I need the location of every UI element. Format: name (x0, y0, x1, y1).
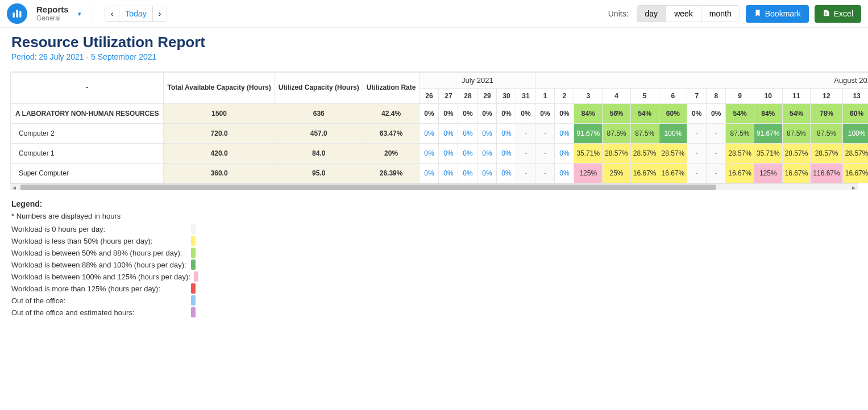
unit-day-button[interactable]: day (637, 6, 667, 22)
data-cell: 87.5% (726, 124, 754, 144)
row-name: Super Computer (11, 164, 164, 183)
day-header: 27 (439, 89, 458, 104)
data-cell: 16.67% (726, 164, 754, 183)
data-cell: 16.67% (782, 164, 811, 183)
legend: Legend: * Numbers are displayed in hours… (0, 190, 868, 336)
data-cell: 91.67% (574, 124, 603, 144)
data-cell: 0% (535, 104, 555, 124)
data-cell: 125% (574, 164, 603, 183)
day-header: 12 (811, 89, 842, 104)
data-cell: 0% (497, 104, 516, 124)
day-header: 3 (574, 89, 603, 104)
data-cell: 0% (458, 124, 477, 144)
legend-label: Out of the office and estimated hours: (11, 308, 188, 317)
svg-rect-0 (13, 12, 15, 17)
data-cell: 54% (782, 104, 811, 124)
data-cell: - (687, 144, 707, 164)
legend-swatch (191, 260, 196, 270)
data-cell: - (707, 164, 726, 183)
report-table-wrap[interactable]: -Total Available Capacity (Hours)Utilize… (10, 72, 868, 183)
data-cell: 0% (497, 164, 516, 183)
data-cell: 87.5% (782, 124, 811, 144)
row-utilized: 95.0 (275, 164, 363, 183)
data-cell: 54% (630, 104, 659, 124)
row-name: Computer 2 (11, 124, 164, 144)
scroll-thumb[interactable] (20, 185, 716, 190)
data-cell: 0% (555, 144, 574, 164)
col-utilized-capacity-header: Utilized Capacity (Hours) (275, 73, 363, 104)
legend-swatch (194, 271, 198, 282)
data-cell: 87.5% (603, 124, 631, 144)
excel-icon: X (823, 9, 830, 19)
day-header: 5 (630, 89, 659, 104)
svg-text:X: X (824, 11, 827, 15)
data-cell: 100% (659, 124, 687, 144)
legend-label: Workload is between 88% and 100% (hours … (11, 261, 188, 269)
period-label: Period: 26 July 2021 - 5 September 2021 (11, 52, 857, 61)
row-rate: 26.39% (363, 164, 420, 183)
data-cell: 0% (477, 144, 497, 164)
next-date-button[interactable]: › (153, 6, 167, 21)
data-cell: 60% (842, 104, 868, 124)
row-total: 1500 (164, 104, 275, 124)
nav-reports-dropdown[interactable]: Reports General (36, 5, 69, 22)
data-cell: - (516, 164, 535, 183)
scroll-right-icon[interactable]: ► (851, 185, 857, 191)
data-cell: 0% (477, 124, 497, 144)
legend-row: Workload is less than 50% (hours per day… (11, 236, 857, 246)
data-cell: - (707, 124, 726, 144)
row-name: Computer 1 (11, 144, 164, 164)
unit-selector: day week month (637, 5, 740, 22)
day-header: 8 (707, 89, 726, 104)
day-header: 11 (782, 89, 811, 104)
title-area: Resource Utilization Report Period: 26 J… (0, 28, 868, 72)
data-cell: 28.57% (726, 144, 754, 164)
legend-label: Out of the office: (11, 296, 188, 305)
row-total: 420.0 (164, 144, 275, 164)
bookmark-button[interactable]: Bookmark (746, 5, 809, 23)
data-cell: - (687, 164, 707, 183)
excel-label: Excel (834, 9, 853, 18)
data-cell: 54% (726, 104, 754, 124)
table-row: Super Computer360.095.026.39%0%0%0%0%0%-… (11, 164, 869, 183)
data-cell: 0% (458, 104, 477, 124)
horizontal-scrollbar[interactable]: ◄ ► (10, 183, 858, 190)
day-header: 2 (555, 89, 574, 104)
month-header: August 2021 (535, 73, 868, 89)
scroll-left-icon[interactable]: ◄ (11, 185, 17, 191)
row-rate: 20% (363, 144, 420, 164)
unit-month-button[interactable]: month (701, 6, 740, 22)
data-cell: 0% (439, 124, 458, 144)
legend-row: Out of the office and estimated hours: (11, 307, 857, 317)
data-cell: 35.71% (574, 144, 603, 164)
legend-row: Workload is more than 125% (hours per da… (11, 283, 857, 294)
data-cell: 78% (811, 104, 842, 124)
excel-button[interactable]: X Excel (815, 5, 861, 23)
data-cell: 84% (754, 104, 782, 124)
row-rate: 63.47% (363, 124, 420, 144)
data-cell: 60% (659, 104, 687, 124)
unit-week-button[interactable]: week (666, 6, 701, 22)
row-utilized: 84.0 (275, 144, 363, 164)
data-cell: 56% (603, 104, 631, 124)
svg-rect-2 (19, 11, 21, 18)
chevron-down-icon[interactable]: ▾ (78, 10, 81, 18)
legend-title: Legend: (11, 199, 857, 208)
today-button[interactable]: Today (119, 6, 152, 21)
data-cell: 125% (754, 164, 782, 183)
legend-swatch (191, 283, 196, 294)
day-header: 28 (458, 89, 477, 104)
data-cell: 0% (439, 144, 458, 164)
date-navigator: ‹ Today › (105, 6, 168, 22)
data-cell: 116.67% (811, 164, 842, 183)
legend-label: Workload is more than 125% (hours per da… (11, 285, 188, 293)
col-name-header: - (11, 73, 164, 104)
data-cell: 0% (477, 164, 497, 183)
data-cell: 0% (497, 144, 516, 164)
data-cell: 0% (420, 144, 439, 164)
day-header: 1 (535, 89, 555, 104)
data-cell: 28.57% (782, 144, 811, 164)
row-utilized: 636 (275, 104, 363, 124)
prev-date-button[interactable]: ‹ (105, 6, 120, 21)
page-title: Resource Utilization Report (11, 34, 857, 51)
